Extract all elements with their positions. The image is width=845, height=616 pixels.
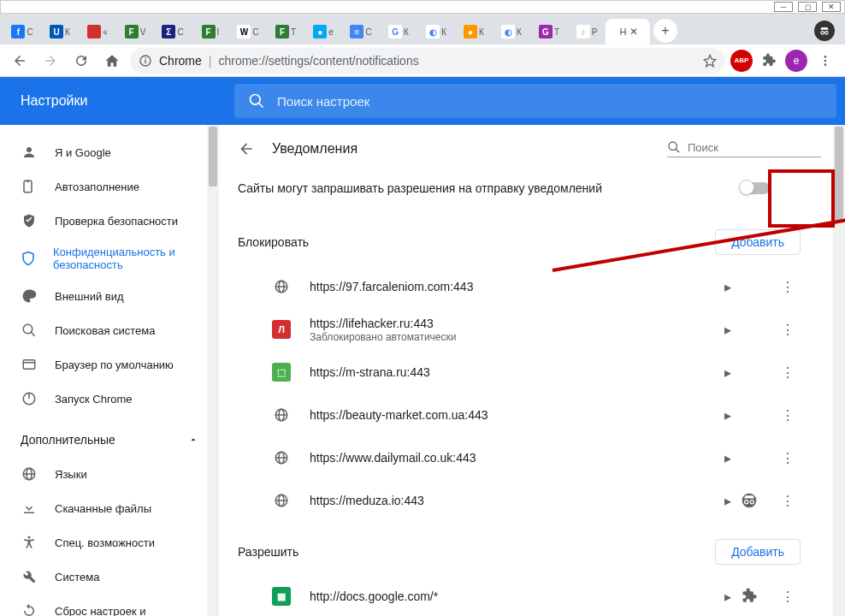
site-more-menu[interactable]: ⋮	[775, 589, 801, 605]
browser-tab[interactable]: UК	[41, 19, 79, 44]
blocked-site-row[interactable]: https://www.dailymail.co.uk:443▸⋮	[238, 436, 821, 479]
site-more-menu[interactable]: ⋮	[775, 364, 801, 381]
sidebar-item[interactable]: Запуск Chrome	[0, 382, 205, 416]
site-more-menu[interactable]: ⋮	[775, 450, 801, 466]
sidebar-item-label: Спец. возможности	[55, 536, 155, 549]
power-icon	[21, 391, 38, 406]
sidebar-scrollbar[interactable]	[207, 125, 219, 616]
svg-line-14	[31, 332, 35, 336]
blocked-site-row[interactable]: https://97.farcaleniom.com:443▸⋮	[238, 265, 821, 308]
sidebar-item[interactable]: Проверка безопасности	[0, 204, 205, 238]
page-back-button[interactable]	[238, 140, 255, 157]
browser-tab[interactable]: fC	[3, 19, 41, 44]
settings-main: Уведомления Сайты могут запрашивать разр…	[219, 125, 845, 616]
address-bar[interactable]: Chrome | chrome://settings/content/notif…	[130, 48, 725, 74]
url-scheme-label: Chrome	[159, 54, 202, 68]
search-icon	[248, 92, 265, 110]
site-details-arrow[interactable]: ▸	[715, 589, 741, 605]
browser-tab[interactable]: ●e	[304, 19, 342, 44]
svg-point-13	[23, 324, 32, 334]
sidebar-item-label: Языки	[55, 468, 87, 481]
site-more-menu[interactable]: ⋮	[775, 279, 801, 295]
page-search[interactable]	[667, 140, 821, 157]
browser-tab[interactable]: WC	[229, 19, 267, 44]
home-button[interactable]	[99, 48, 125, 74]
sidebar-item[interactable]: Я и Google	[0, 135, 205, 169]
svg-line-9	[259, 104, 263, 108]
back-button[interactable]	[7, 48, 32, 74]
browser-tab[interactable]: ◐К	[493, 19, 530, 44]
bookmark-star-icon[interactable]	[703, 54, 717, 68]
window-maximize[interactable]: ◻	[798, 2, 817, 12]
main-scrollbar[interactable]	[833, 125, 845, 616]
profile-avatar[interactable]: e	[785, 50, 807, 72]
svg-rect-11	[24, 181, 32, 192]
autofill-icon	[21, 179, 38, 194]
window-minimize[interactable]: ─	[774, 2, 793, 12]
browser-tab[interactable]: ●К	[455, 19, 493, 44]
adblock-extension-icon[interactable]: ABP	[730, 50, 753, 72]
window-close[interactable]: ✕	[822, 2, 841, 12]
sidebar-item[interactable]: Внешний вид	[0, 279, 205, 313]
blocked-site-row[interactable]: https://beauty-market.com.ua:443▸⋮	[238, 394, 821, 436]
svg-line-24	[676, 149, 679, 152]
settings-search[interactable]	[234, 84, 836, 118]
site-details-arrow[interactable]: ▸	[715, 493, 741, 509]
sidebar-item-label: Автозаполнение	[55, 181, 139, 193]
browser-icon	[21, 357, 38, 372]
tab-close-icon[interactable]: ✕	[629, 26, 638, 38]
sidebar-advanced-header[interactable]: Дополнительные	[0, 423, 219, 457]
extensions-button[interactable]	[758, 50, 780, 72]
browser-tab[interactable]: ≡C	[342, 19, 380, 44]
blocked-site-row[interactable]: Лhttps://lifehacker.ru:443Заблокировано …	[238, 308, 821, 351]
new-tab-button[interactable]: +	[653, 19, 677, 43]
sidebar-item[interactable]: Языки	[0, 457, 205, 491]
page-search-input[interactable]	[688, 141, 831, 154]
settings-title: Настройки	[21, 93, 234, 109]
site-url: https://m-strana.ru:443	[310, 365, 715, 379]
blocked-site-row[interactable]: https://meduza.io:443▸⋮	[238, 479, 821, 522]
browser-tab[interactable]: «	[79, 19, 116, 44]
add-blocked-button[interactable]: Добавить	[715, 229, 801, 255]
reload-button[interactable]	[68, 48, 94, 74]
sidebar-item[interactable]: Сброс настроек и	[0, 594, 205, 616]
settings-search-input[interactable]	[277, 94, 823, 109]
site-details-arrow[interactable]: ▸	[715, 450, 741, 466]
sidebar-item[interactable]: Спец. возможности	[0, 525, 205, 560]
browser-menu-button[interactable]	[812, 48, 838, 74]
browser-tab[interactable]: FT	[267, 19, 304, 44]
browser-tab[interactable]: GК	[380, 19, 417, 44]
browser-tab[interactable]: FI	[192, 19, 229, 44]
sidebar-item[interactable]: Конфиденциальность и безопасность	[0, 238, 205, 279]
allowed-site-row[interactable]: ▦http://docs.google.com/*▸⋮	[238, 575, 821, 616]
svg-point-7	[824, 63, 827, 66]
site-details-arrow[interactable]: ▸	[715, 407, 741, 424]
browser-tab[interactable]: FV	[116, 19, 154, 44]
site-more-menu[interactable]: ⋮	[775, 407, 801, 424]
forward-button[interactable]	[38, 48, 63, 74]
add-allowed-button[interactable]: Добавить	[715, 539, 801, 565]
browser-tab-active[interactable]: Н✕	[606, 19, 650, 44]
notifications-toggle[interactable]	[741, 182, 770, 194]
site-more-menu[interactable]: ⋮	[775, 493, 801, 509]
site-info-icon[interactable]	[139, 54, 152, 68]
incognito-indicator-icon[interactable]	[814, 21, 835, 41]
sidebar-item[interactable]: Система	[0, 560, 205, 594]
blocked-site-row[interactable]: ⬚https://m-strana.ru:443▸⋮	[238, 351, 821, 394]
sidebar-item[interactable]: Скачанные файлы	[0, 491, 205, 525]
browser-tab[interactable]: ♪P	[568, 19, 606, 44]
site-details-arrow[interactable]: ▸	[715, 279, 741, 295]
browser-tab[interactable]: GT	[530, 19, 568, 44]
site-details-arrow[interactable]: ▸	[715, 322, 741, 338]
site-details-arrow[interactable]: ▸	[715, 364, 741, 381]
browser-tab[interactable]: ΣC	[154, 19, 192, 44]
sidebar-item-label: Внешний вид	[55, 290, 124, 303]
svg-point-22	[28, 536, 31, 539]
palette-icon	[21, 288, 38, 304]
sidebar-item-label: Запуск Chrome	[55, 393, 133, 406]
sidebar-item[interactable]: Браузер по умолчанию	[0, 347, 205, 382]
site-more-menu[interactable]: ⋮	[775, 322, 801, 338]
browser-tab[interactable]: ◐К	[417, 19, 455, 44]
sidebar-item[interactable]: Автозаполнение	[0, 169, 205, 204]
sidebar-item[interactable]: Поисковая система	[0, 313, 205, 347]
